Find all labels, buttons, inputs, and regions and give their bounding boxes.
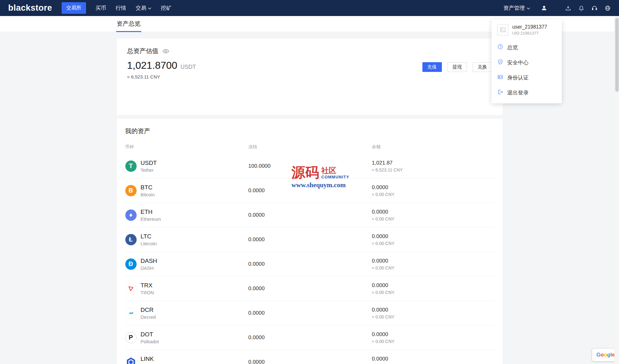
frozen-amount: 0.0000 xyxy=(248,285,372,292)
asset-row[interactable]: Ł LTC Litecoin 0.0000 0.0000 ≈ 0.00 CNY xyxy=(125,227,494,252)
chevron-down-icon xyxy=(148,5,151,11)
column-header-balance: 余额 xyxy=(372,144,494,150)
coin-symbol: USDT xyxy=(141,160,157,166)
balance-approx: ≈ 0.00 CNY xyxy=(372,241,494,246)
coin-cell: Đ DASH DASH xyxy=(125,258,248,271)
download-icon[interactable] xyxy=(565,5,571,11)
balance-approx: ≈ 6,523.11 CNY xyxy=(372,167,494,172)
dash-icon: Đ xyxy=(125,258,137,270)
dot-icon: P xyxy=(125,332,137,343)
frozen-amount: 0.0000 xyxy=(248,334,372,341)
coin-cell: ♦ ETH Ethereum xyxy=(125,209,248,222)
globe-icon[interactable] xyxy=(605,5,611,11)
total-assets-unit: USDT xyxy=(181,64,196,70)
asset-row[interactable]: Đ DASH DASH 0.0000 0.0000 ≈ 0.00 CNY xyxy=(125,252,494,276)
balance-amount: 0.0000 xyxy=(372,282,494,289)
asset-row[interactable]: TRX TRON 0.0000 0.0000 ≈ 0.00 CNY xyxy=(125,276,494,301)
username: user_21981377 xyxy=(512,24,547,30)
bell-icon[interactable] xyxy=(578,5,584,11)
asset-row[interactable]: ♦ ETH Ethereum 0.0000 0.0000 ≈ 0.00 CNY xyxy=(125,203,494,227)
menu-item-security-center[interactable]: 安全中心 xyxy=(491,55,562,70)
nav-item-trade[interactable]: 交易 xyxy=(136,4,151,12)
asset-row[interactable]: DCR Decred 0.0000 0.0000 ≈ 0.00 CNY xyxy=(125,301,494,325)
asset-row[interactable]: T USDT Tether 100.0000 1,021.87 ≈ 6,523.… xyxy=(125,154,494,178)
column-header-coin: 币种 xyxy=(125,144,248,150)
balance-approx: ≈ 0.00 CNY xyxy=(372,290,494,295)
asset-row[interactable]: B BTC Bitcoin 0.0000 0.0000 ≈ 0.00 CNY xyxy=(125,178,494,203)
total-assets-approx: ≈ 6,523.11 CNY xyxy=(127,74,492,79)
total-assets-card: 总资产估值 1,021.8700 USDT ≈ 6,523.11 CNY 充值 … xyxy=(116,38,503,116)
frozen-amount: 0.0000 xyxy=(248,187,372,194)
nav-item-markets[interactable]: 行情 xyxy=(116,4,126,12)
coin-symbol: DCR xyxy=(141,307,156,313)
balance-amount: 0.0000 xyxy=(372,258,494,264)
my-assets-title: 我的资产 xyxy=(125,127,494,135)
balance-cell: 1,021.87 ≈ 6,523.11 CNY xyxy=(372,160,494,172)
nav-item-mining[interactable]: 挖矿 xyxy=(161,4,171,12)
total-assets-amount: 1,021.8700 xyxy=(127,60,177,71)
coin-name: Decred xyxy=(141,314,156,320)
coin-symbol: LTC xyxy=(141,233,157,240)
nav-item-markets-label: 行情 xyxy=(116,4,126,12)
coin-cell: B BTC Bitcoin xyxy=(125,184,248,197)
support-icon[interactable] xyxy=(591,5,598,11)
menu-item-identity-label: 身份认证 xyxy=(507,74,529,81)
frozen-amount: 0.0000 xyxy=(248,212,372,218)
shield-icon xyxy=(497,59,503,67)
navbar: blackstore 交易所 买币 行情 交易 挖矿 资产管理 xyxy=(0,0,619,16)
my-assets-card: 我的资产 币种 冻结 余额 T USDT Tether 100.0000 1,0… xyxy=(116,118,503,364)
frozen-amount: 0.0000 xyxy=(248,261,372,267)
btc-icon: B xyxy=(125,185,137,196)
menu-item-logout[interactable]: 退出登录 xyxy=(491,85,562,100)
coin-name: DASH xyxy=(141,265,157,271)
nav-item-buy[interactable]: 买币 xyxy=(95,4,106,12)
coin-symbol: DASH xyxy=(141,258,157,264)
coin-symbol: DOT xyxy=(141,331,159,338)
deposit-button[interactable]: 充值 xyxy=(422,62,442,72)
chevron-down-icon xyxy=(527,5,530,11)
asset-row[interactable]: LINK ChainLink 0.0000 0.0000 ≈ 0.00 CNY xyxy=(125,350,494,364)
scrollbar-thumb[interactable] xyxy=(615,18,619,92)
assets-table-header: 币种 冻结 余额 xyxy=(125,144,494,154)
coin-cell: Ł LTC Litecoin xyxy=(125,233,248,246)
vertical-scrollbar xyxy=(614,16,619,364)
balance-amount: 0.0000 xyxy=(372,307,494,313)
google-logo: Google xyxy=(596,352,614,358)
balance-approx: ≈ 0.00 CNY xyxy=(372,216,494,221)
google-translate-widget[interactable]: Google xyxy=(592,348,614,361)
menu-item-identity-verification[interactable]: 身份认证 xyxy=(491,70,562,85)
usdt-icon: T xyxy=(125,160,137,172)
balance-amount: 0.0000 xyxy=(372,331,494,338)
balance-cell: 0.0000 ≈ 0.00 CNY xyxy=(372,307,494,319)
coin-name: Ethereum xyxy=(141,216,161,222)
overview-icon xyxy=(497,44,503,52)
balance-amount: 0.0000 xyxy=(372,233,494,240)
convert-button[interactable]: 兑换 xyxy=(473,62,492,72)
menu-item-overview[interactable]: 总览 xyxy=(491,40,562,55)
total-assets-title: 总资产估值 xyxy=(127,47,159,55)
balance-cell: 0.0000 ≈ 0.00 CNY xyxy=(372,209,494,221)
balance-cell: 0.0000 ≈ 0.00 CNY xyxy=(372,258,494,270)
nav-exchange-button[interactable]: 交易所 xyxy=(62,2,86,14)
logo[interactable]: blackstore xyxy=(8,3,52,13)
asset-row[interactable]: P DOT Polkadot 0.0000 0.0000 ≈ 0.00 CNY xyxy=(125,325,494,350)
withdraw-button[interactable]: 提现 xyxy=(448,62,467,72)
menu-item-overview-label: 总览 xyxy=(507,44,518,51)
eye-icon[interactable] xyxy=(162,48,169,55)
ltc-icon: Ł xyxy=(125,234,137,245)
balance-approx: ≈ 0.00 CNY xyxy=(372,192,494,197)
balance-approx: ≈ 0.00 CNY xyxy=(372,314,494,319)
tab-asset-overview[interactable]: 资产总览 xyxy=(116,16,141,32)
nav-item-buy-label: 买币 xyxy=(95,4,106,12)
coin-name: Polkadot xyxy=(141,339,159,344)
user-info-row: user_21981377 UID:21981377 xyxy=(491,24,562,40)
nav-item-mining-label: 挖矿 xyxy=(161,4,171,12)
coin-name: Tether xyxy=(141,167,157,173)
balance-approx: ≈ 0.00 CNY xyxy=(372,339,494,344)
user-icon[interactable] xyxy=(541,5,547,11)
nav-item-trade-label: 交易 xyxy=(136,4,146,12)
balance-amount: 1,021.87 xyxy=(372,160,494,166)
balance-amount: 0.0000 xyxy=(372,356,494,362)
id-card-icon xyxy=(497,74,503,82)
nav-asset-management[interactable]: 资产管理 xyxy=(503,4,530,12)
